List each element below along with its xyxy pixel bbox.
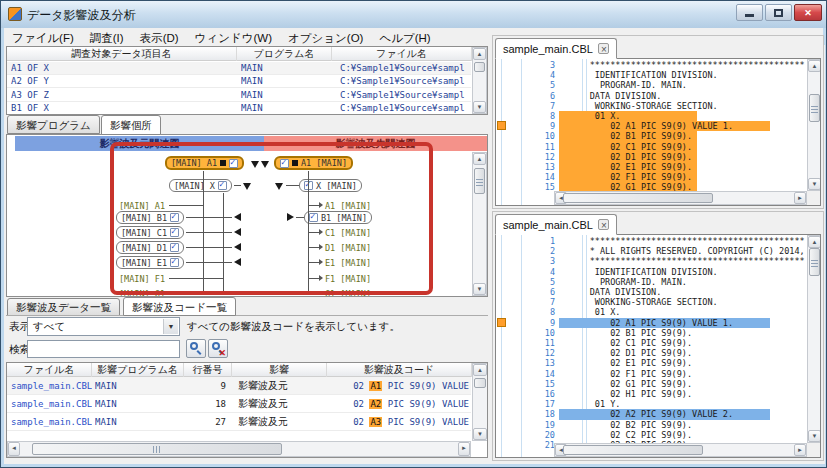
diagram-node-label[interactable]: D1 [MAIN] (325, 243, 371, 253)
chevron-down-icon[interactable]: ▼ (163, 319, 178, 334)
scroll-up-button[interactable]: ▲ (473, 364, 487, 376)
code-editor-area[interactable]: 1 **************************************… (495, 234, 821, 458)
minimize-button[interactable] (736, 4, 763, 21)
table-row[interactable]: A2 OF YMAINC:¥Sample1¥Source¥sampl (7, 75, 471, 88)
code-table-vscrollbar[interactable]: ▲▼ (472, 363, 488, 441)
editor-tab[interactable]: sample_main.CBL (495, 38, 617, 59)
scroll-thumb[interactable] (809, 248, 820, 276)
expand-arrow-icon[interactable] (234, 258, 241, 266)
editor-tab[interactable]: sample_main.CBL (495, 214, 617, 235)
search-input[interactable] (27, 340, 180, 358)
diagram-node-label[interactable]: A1 [MAIN] (325, 201, 371, 211)
checkbox-checked[interactable] (170, 258, 179, 267)
scroll-thumb[interactable] (809, 94, 820, 122)
table-row[interactable]: A1 OF XMAINC:¥Sample1¥Source¥sampl (7, 62, 471, 75)
scroll-up-button[interactable]: ▲ (808, 60, 821, 72)
editor-hscrollbar[interactable]: ◄► (554, 191, 807, 205)
display-filter-combobox[interactable]: すべて ▼ (27, 317, 180, 336)
expand-arrow-icon[interactable] (275, 183, 283, 190)
editor-hscrollbar[interactable]: ◄► (554, 443, 807, 457)
diagram-node-box[interactable]: [MAIN] C1 (116, 226, 184, 239)
scroll-down-button[interactable]: ▼ (473, 101, 486, 113)
diagram-node-box[interactable]: [MAIN] B1 (116, 211, 184, 224)
tab-close-icon[interactable] (598, 219, 609, 230)
scroll-up-button[interactable]: ▲ (473, 153, 486, 165)
diagram-node-label[interactable]: [MAIN] F1 (119, 274, 165, 284)
menu-item[interactable]: オプション(O) (280, 29, 371, 46)
expand-arrow-icon[interactable] (234, 228, 241, 236)
menu-item[interactable]: 調査(I) (82, 29, 132, 46)
tab-impact-program[interactable]: 影響プログラム (7, 115, 100, 134)
code-table-hscrollbar[interactable]: ◄► (7, 441, 471, 457)
tab-impact-code-list[interactable]: 影響波及コード一覧 (123, 297, 236, 316)
expand-arrow-icon[interactable] (251, 161, 259, 168)
tab-close-icon[interactable] (598, 43, 609, 54)
scroll-thumb[interactable] (474, 168, 485, 194)
scroll-thumb[interactable] (474, 62, 485, 72)
scroll-right-button[interactable]: ► (794, 444, 806, 456)
checkbox-checked[interactable] (218, 181, 227, 190)
diagram-node-label[interactable]: F1 [MAIN] (325, 274, 371, 284)
tab-impact-location[interactable]: 影響個所 (101, 115, 161, 135)
table-row[interactable]: sample_main.CBLMAIN18影響波及元02 A2 PIC S9(9… (7, 395, 471, 413)
scroll-right-button[interactable]: ► (794, 192, 806, 204)
table-row[interactable]: A3 OF ZMAINC:¥Sample1¥Source¥sampl (7, 89, 471, 102)
scroll-left-button[interactable]: ◄ (8, 442, 20, 456)
scroll-down-button[interactable]: ▼ (808, 178, 821, 190)
diagram-node-label[interactable]: G1 [MAIN] (325, 289, 371, 296)
expand-arrow-icon[interactable] (234, 213, 241, 221)
diagram-node-box[interactable]: [MAIN] D1 (116, 241, 184, 254)
search-button[interactable] (186, 339, 206, 358)
checkbox-checked[interactable] (170, 228, 179, 237)
column-header[interactable]: 影響波及コード (327, 363, 472, 377)
diagram-node-box[interactable]: B1 [MAIN] (304, 211, 372, 224)
column-header[interactable]: 影響 (232, 363, 327, 377)
scroll-thumb[interactable] (563, 193, 713, 203)
column-header[interactable]: 行番号 (184, 363, 232, 377)
scroll-down-button[interactable]: ▼ (473, 428, 487, 440)
column-header[interactable]: ファイル名 (7, 363, 92, 377)
expand-arrow-icon[interactable] (234, 243, 241, 251)
diagram-scrollbar[interactable]: ▲▼ (472, 152, 487, 296)
scroll-thumb[interactable] (474, 378, 486, 388)
code-editor-area[interactable]: 3 **************************************… (495, 58, 821, 206)
table-row[interactable]: sample_main.CBLMAIN9影響波及元02 A1 PIC S9(9)… (7, 377, 471, 395)
menu-item[interactable]: 表示(D) (132, 29, 187, 46)
column-header[interactable]: ファイル名 (332, 47, 472, 61)
maximize-button[interactable] (765, 4, 792, 21)
scroll-up-button[interactable]: ▲ (808, 236, 821, 248)
expand-arrow-icon[interactable] (287, 213, 294, 221)
expand-arrow-icon[interactable] (243, 183, 251, 190)
column-header[interactable]: プログラム名 (237, 47, 332, 61)
menu-item[interactable]: ファイル(F) (4, 29, 82, 46)
tab-impact-data-list[interactable]: 影響波及データ一覧 (7, 298, 120, 316)
title-bar[interactable]: データ影響波及分析 ✕ (1, 1, 826, 28)
checkbox-checked[interactable] (229, 159, 238, 168)
scroll-down-button[interactable]: ▼ (473, 283, 486, 295)
expand-arrow-icon[interactable] (261, 161, 269, 168)
menu-item[interactable]: ヘルプ(H) (371, 29, 438, 46)
diagram-node-label[interactable]: [MAIN] G1 (119, 289, 165, 296)
column-header[interactable]: 影響プログラム名 (92, 363, 184, 377)
diagram-node-box[interactable]: A1 [MAIN] (274, 156, 353, 170)
scroll-down-button[interactable]: ▼ (808, 430, 821, 442)
checkbox-checked[interactable] (280, 159, 289, 168)
diagram-node-box[interactable]: [MAIN] A1 (165, 156, 244, 170)
checkbox-checked[interactable] (309, 213, 318, 222)
diagram-node-label[interactable]: [MAIN] A1 (119, 201, 165, 211)
column-header[interactable]: 調査対象データ項目名 (7, 47, 237, 61)
checkbox-checked[interactable] (170, 243, 179, 252)
menu-item[interactable]: ウィンドウ(W) (187, 29, 280, 46)
close-button[interactable]: ✕ (794, 4, 822, 21)
target-table-scrollbar[interactable]: ▲▼ (472, 47, 487, 114)
checkbox-checked[interactable] (170, 213, 179, 222)
diagram-node-label[interactable]: C1 [MAIN] (325, 228, 371, 238)
scroll-up-button[interactable]: ▲ (473, 48, 486, 60)
editor-vscrollbar[interactable]: ▲▼ (807, 59, 821, 191)
editor-vscrollbar[interactable]: ▲▼ (807, 235, 821, 443)
scroll-thumb[interactable] (563, 445, 703, 455)
scroll-thumb[interactable] (32, 443, 282, 455)
clear-search-button[interactable]: ✕ (208, 339, 228, 358)
diagram-node-box[interactable]: [MAIN] E1 (116, 256, 184, 269)
table-row[interactable]: B1 OF XMAINC:¥Sample1¥Source¥sampl (7, 102, 471, 115)
